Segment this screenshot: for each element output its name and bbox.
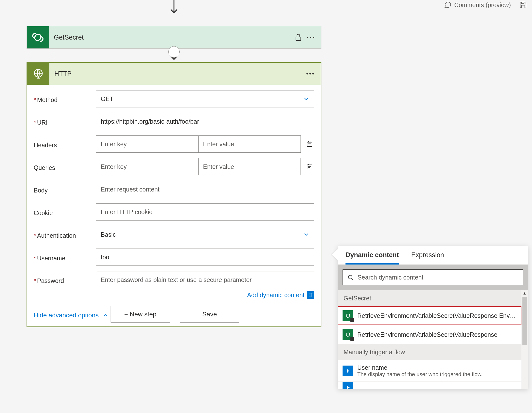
header-key-input[interactable]: Enter key — [96, 135, 198, 153]
more-icon — [307, 37, 314, 38]
svg-line-16 — [352, 279, 353, 280]
queries-label: Queries — [34, 162, 92, 171]
dyn-item-label: RetrieveEnvironmentVariableSecretValueRe… — [357, 331, 517, 338]
chevron-up-icon — [102, 312, 109, 319]
dyn-item-username[interactable]: User name The display name of the user w… — [338, 360, 521, 382]
username-input[interactable]: foo — [96, 249, 314, 266]
query-key-input[interactable]: Enter key — [96, 158, 198, 175]
headers-label: Headers — [34, 140, 92, 149]
password-label: *Password — [34, 275, 92, 284]
dynamic-content-search[interactable] — [343, 269, 523, 285]
save-button[interactable]: Save — [180, 306, 239, 323]
dyn-item-label: RetrieveEnvironmentVariableSecretValueRe… — [357, 312, 517, 319]
dyn-item-label: User name — [357, 364, 517, 371]
authentication-select[interactable]: Basic — [96, 226, 314, 243]
getsecret-card[interactable]: GetSecret — [27, 26, 321, 49]
comments-button[interactable]: Comments (preview) — [444, 1, 511, 9]
scroll-thumb[interactable] — [522, 297, 527, 345]
search-icon — [347, 274, 354, 280]
dataverse-icon — [343, 329, 353, 340]
headers-bulk-edit-button[interactable] — [305, 139, 315, 149]
dyn-item-more[interactable] — [338, 382, 521, 389]
header-value-input[interactable]: Enter value — [198, 135, 301, 153]
uri-input[interactable]: https://httpbin.org/basic-auth/foo/bar — [96, 113, 314, 130]
authentication-value: Basic — [101, 231, 116, 238]
flow-button-icon — [343, 366, 353, 376]
http-more-button[interactable] — [304, 68, 316, 80]
dynamic-content-badge-icon[interactable] — [307, 291, 314, 299]
query-value-input[interactable]: Enter value — [198, 158, 301, 175]
method-value: GET — [101, 95, 113, 103]
lock-icon — [294, 33, 302, 42]
secure-inputs-icon[interactable] — [292, 31, 304, 44]
chevron-down-icon — [303, 95, 310, 102]
dynamic-content-panel: Dynamic content Expression ▲ GetSecret R… — [338, 246, 528, 389]
more-icon — [306, 73, 314, 74]
svg-rect-1 — [296, 37, 301, 41]
flow-button-icon — [343, 382, 353, 389]
comment-icon — [444, 1, 452, 9]
save-icon-button[interactable] — [519, 1, 527, 9]
save-icon — [519, 1, 527, 9]
panel-scrollbar[interactable]: ▲ — [521, 290, 528, 389]
dyn-item-description: The display name of the user who trigger… — [357, 371, 517, 378]
panel-pointer — [332, 249, 338, 260]
chevron-down-icon — [303, 231, 310, 238]
http-card: HTTP *Method GET *URI https://h — [27, 62, 321, 327]
insert-step-button[interactable]: + — [168, 46, 180, 58]
text-mode-icon — [306, 140, 313, 148]
svg-rect-10 — [307, 165, 312, 169]
getsecret-title: GetSecret — [49, 34, 292, 41]
dataverse-icon — [27, 26, 49, 48]
dyn-item-retrieve-secret[interactable]: RetrieveEnvironmentVariableSecretValueRe… — [338, 325, 521, 344]
cookie-label: Cookie — [34, 207, 92, 217]
section-getsecret: GetSecret — [338, 290, 521, 306]
scroll-up-icon: ▲ — [523, 291, 527, 295]
arrow-connector — [27, 0, 321, 16]
method-label: *Method — [34, 94, 92, 103]
add-dynamic-content-link[interactable]: Add dynamic content — [247, 292, 304, 299]
http-card-header[interactable]: HTTP — [27, 63, 321, 85]
uri-label: *URI — [34, 117, 92, 126]
tab-dynamic-content[interactable]: Dynamic content — [345, 251, 399, 265]
dataverse-icon — [343, 310, 353, 321]
svg-point-15 — [348, 275, 352, 279]
cookie-input[interactable]: Enter HTTP cookie — [96, 203, 314, 221]
comments-label: Comments (preview) — [454, 1, 511, 9]
search-input[interactable] — [358, 274, 518, 281]
plus-icon: + — [172, 48, 176, 55]
authentication-label: *Authentication — [34, 230, 92, 239]
http-icon — [27, 63, 49, 85]
queries-bulk-edit-button[interactable] — [305, 162, 315, 172]
password-input[interactable]: Enter password as plain text or use a se… — [96, 271, 314, 288]
method-select[interactable]: GET — [96, 90, 314, 107]
svg-rect-5 — [307, 142, 312, 147]
http-title: HTTP — [49, 70, 304, 78]
dyn-item-retrieve-secret-env[interactable]: RetrieveEnvironmentVariableSecretValueRe… — [338, 306, 521, 325]
section-manual-trigger: Manually trigger a flow — [338, 344, 521, 360]
text-mode-icon — [306, 163, 313, 170]
new-step-button[interactable]: + New step — [111, 306, 170, 323]
tab-expression[interactable]: Expression — [411, 251, 444, 265]
getsecret-more-button[interactable] — [304, 31, 317, 44]
body-input[interactable]: Enter request content — [96, 181, 314, 198]
body-label: Body — [34, 185, 92, 194]
username-label: *Username — [34, 253, 92, 262]
